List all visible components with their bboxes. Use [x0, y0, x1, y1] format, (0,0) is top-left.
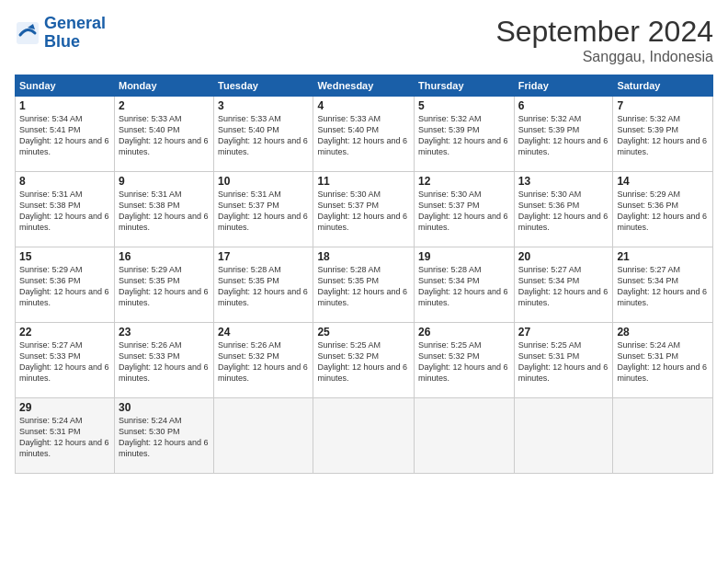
- calendar-cell: 18Sunrise: 5:28 AMSunset: 5:35 PMDayligh…: [313, 247, 415, 323]
- calendar-cell: 22Sunrise: 5:27 AMSunset: 5:33 PMDayligh…: [16, 323, 115, 398]
- day-number: 7: [617, 99, 709, 112]
- day-number: 11: [317, 175, 410, 188]
- title-block: September 2024 Sanggau, Indonesia: [495, 15, 713, 65]
- logo-line2: Blue: [44, 32, 80, 51]
- calendar-cell: 9Sunrise: 5:31 AMSunset: 5:38 PMDaylight…: [114, 172, 213, 247]
- day-number: 14: [617, 175, 709, 188]
- calendar-cell: [613, 398, 713, 474]
- calendar-cell: [415, 398, 515, 474]
- day-header-sunday: Sunday: [16, 75, 115, 97]
- day-info: Sunrise: 5:30 AMSunset: 5:37 PMDaylight:…: [418, 189, 510, 234]
- day-number: 13: [518, 175, 609, 188]
- calendar-cell: [313, 398, 415, 474]
- day-header-thursday: Thursday: [415, 75, 515, 97]
- calendar-cell: 23Sunrise: 5:26 AMSunset: 5:33 PMDayligh…: [114, 323, 213, 398]
- day-info: Sunrise: 5:31 AMSunset: 5:37 PMDaylight:…: [218, 189, 309, 234]
- calendar-cell: 30Sunrise: 5:24 AMSunset: 5:30 PMDayligh…: [114, 398, 213, 474]
- logo-icon: [15, 20, 40, 46]
- day-number: 12: [418, 175, 510, 188]
- calendar-cell: 25Sunrise: 5:25 AMSunset: 5:32 PMDayligh…: [313, 323, 415, 398]
- day-info: Sunrise: 5:25 AMSunset: 5:31 PMDaylight:…: [518, 339, 609, 385]
- day-number: 22: [19, 326, 110, 339]
- day-number: 25: [317, 326, 410, 339]
- calendar-cell: 15Sunrise: 5:29 AMSunset: 5:36 PMDayligh…: [16, 247, 115, 323]
- day-number: 19: [418, 250, 510, 263]
- day-info: Sunrise: 5:27 AMSunset: 5:34 PMDaylight:…: [518, 264, 609, 309]
- day-info: Sunrise: 5:33 AMSunset: 5:40 PMDaylight:…: [218, 113, 309, 158]
- day-header-saturday: Saturday: [613, 75, 713, 97]
- calendar-cell: [514, 398, 613, 474]
- day-number: 5: [418, 99, 510, 112]
- day-number: 9: [119, 175, 210, 188]
- month-title: September 2024: [495, 15, 713, 49]
- day-info: Sunrise: 5:31 AMSunset: 5:38 PMDaylight:…: [119, 189, 210, 234]
- calendar-table: SundayMondayTuesdayWednesdayThursdayFrid…: [15, 75, 713, 474]
- day-info: Sunrise: 5:28 AMSunset: 5:35 PMDaylight:…: [317, 264, 410, 309]
- day-number: 21: [617, 250, 709, 263]
- logo-line1: General: [44, 14, 106, 32]
- day-info: Sunrise: 5:25 AMSunset: 5:32 PMDaylight:…: [317, 339, 410, 385]
- calendar-cell: 6Sunrise: 5:32 AMSunset: 5:39 PMDaylight…: [514, 97, 613, 172]
- day-info: Sunrise: 5:29 AMSunset: 5:36 PMDaylight:…: [617, 189, 709, 234]
- day-info: Sunrise: 5:30 AMSunset: 5:36 PMDaylight:…: [518, 189, 609, 234]
- page-header: General Blue September 2024 Sanggau, Ind…: [15, 15, 713, 65]
- day-number: 4: [317, 99, 410, 112]
- day-info: Sunrise: 5:27 AMSunset: 5:33 PMDaylight:…: [19, 339, 110, 385]
- day-number: 24: [218, 326, 309, 339]
- calendar-cell: 20Sunrise: 5:27 AMSunset: 5:34 PMDayligh…: [514, 247, 613, 323]
- day-number: 1: [19, 99, 110, 112]
- calendar-cell: 19Sunrise: 5:28 AMSunset: 5:34 PMDayligh…: [415, 247, 515, 323]
- calendar-cell: 17Sunrise: 5:28 AMSunset: 5:35 PMDayligh…: [214, 247, 313, 323]
- calendar-cell: 24Sunrise: 5:26 AMSunset: 5:32 PMDayligh…: [214, 323, 313, 398]
- calendar-cell: 8Sunrise: 5:31 AMSunset: 5:38 PMDaylight…: [16, 172, 115, 247]
- day-header-monday: Monday: [114, 75, 213, 97]
- day-number: 16: [119, 250, 210, 263]
- calendar-cell: 26Sunrise: 5:25 AMSunset: 5:32 PMDayligh…: [415, 323, 515, 398]
- day-info: Sunrise: 5:26 AMSunset: 5:33 PMDaylight:…: [119, 339, 210, 385]
- calendar-cell: [214, 398, 313, 474]
- calendar-cell: 14Sunrise: 5:29 AMSunset: 5:36 PMDayligh…: [613, 172, 713, 247]
- day-info: Sunrise: 5:25 AMSunset: 5:32 PMDaylight:…: [418, 339, 510, 385]
- day-info: Sunrise: 5:28 AMSunset: 5:35 PMDaylight:…: [218, 264, 309, 309]
- calendar-cell: 28Sunrise: 5:24 AMSunset: 5:31 PMDayligh…: [613, 323, 713, 398]
- day-header-wednesday: Wednesday: [313, 75, 415, 97]
- day-number: 30: [119, 401, 210, 414]
- day-info: Sunrise: 5:30 AMSunset: 5:37 PMDaylight:…: [317, 189, 410, 234]
- day-info: Sunrise: 5:24 AMSunset: 5:31 PMDaylight:…: [19, 415, 110, 460]
- day-number: 29: [19, 401, 110, 414]
- logo: General Blue: [15, 15, 106, 52]
- day-info: Sunrise: 5:27 AMSunset: 5:34 PMDaylight:…: [617, 264, 709, 309]
- day-info: Sunrise: 5:24 AMSunset: 5:30 PMDaylight:…: [119, 415, 210, 460]
- day-info: Sunrise: 5:26 AMSunset: 5:32 PMDaylight:…: [218, 339, 309, 385]
- day-info: Sunrise: 5:29 AMSunset: 5:35 PMDaylight:…: [119, 264, 210, 309]
- day-info: Sunrise: 5:32 AMSunset: 5:39 PMDaylight:…: [617, 113, 709, 158]
- day-info: Sunrise: 5:32 AMSunset: 5:39 PMDaylight:…: [418, 113, 510, 158]
- calendar-cell: 29Sunrise: 5:24 AMSunset: 5:31 PMDayligh…: [16, 398, 115, 474]
- calendar-cell: 21Sunrise: 5:27 AMSunset: 5:34 PMDayligh…: [613, 247, 713, 323]
- day-number: 18: [317, 250, 410, 263]
- calendar-cell: 7Sunrise: 5:32 AMSunset: 5:39 PMDaylight…: [613, 97, 713, 172]
- day-number: 15: [19, 250, 110, 263]
- calendar-cell: 27Sunrise: 5:25 AMSunset: 5:31 PMDayligh…: [514, 323, 613, 398]
- calendar-cell: 16Sunrise: 5:29 AMSunset: 5:35 PMDayligh…: [114, 247, 213, 323]
- day-header-friday: Friday: [514, 75, 613, 97]
- day-info: Sunrise: 5:32 AMSunset: 5:39 PMDaylight:…: [518, 113, 609, 158]
- day-number: 27: [518, 326, 609, 339]
- day-number: 20: [518, 250, 609, 263]
- calendar-cell: 10Sunrise: 5:31 AMSunset: 5:37 PMDayligh…: [214, 172, 313, 247]
- day-number: 6: [518, 99, 609, 112]
- day-number: 26: [418, 326, 510, 339]
- day-number: 8: [19, 175, 110, 188]
- day-number: 10: [218, 175, 309, 188]
- day-number: 23: [119, 326, 210, 339]
- day-info: Sunrise: 5:34 AMSunset: 5:41 PMDaylight:…: [19, 113, 110, 158]
- day-info: Sunrise: 5:33 AMSunset: 5:40 PMDaylight:…: [317, 113, 410, 158]
- day-info: Sunrise: 5:31 AMSunset: 5:38 PMDaylight:…: [19, 189, 110, 234]
- logo-text: General Blue: [44, 15, 106, 52]
- day-number: 17: [218, 250, 309, 263]
- calendar-cell: 2Sunrise: 5:33 AMSunset: 5:40 PMDaylight…: [114, 97, 213, 172]
- calendar-cell: 1Sunrise: 5:34 AMSunset: 5:41 PMDaylight…: [16, 97, 115, 172]
- day-number: 28: [617, 326, 709, 339]
- calendar-cell: 13Sunrise: 5:30 AMSunset: 5:36 PMDayligh…: [514, 172, 613, 247]
- calendar-cell: 12Sunrise: 5:30 AMSunset: 5:37 PMDayligh…: [415, 172, 515, 247]
